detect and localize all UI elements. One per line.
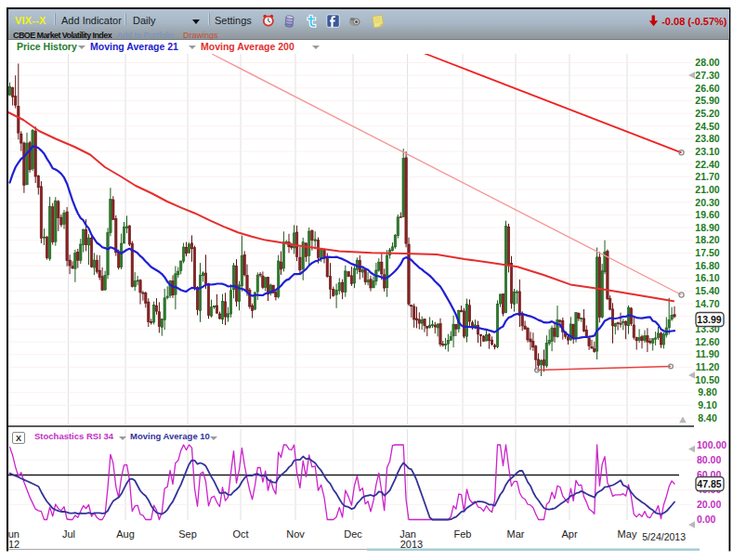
svg-text:Sep: Sep xyxy=(178,528,197,540)
svg-text:80.00: 80.00 xyxy=(697,454,721,465)
svg-text:Jul: Jul xyxy=(62,528,75,540)
svg-text:13.99: 13.99 xyxy=(697,314,721,325)
svg-text:9.80: 9.80 xyxy=(698,386,717,397)
svg-text:Dec: Dec xyxy=(344,528,362,540)
svg-text:12.60: 12.60 xyxy=(695,336,719,347)
svg-text:28.00: 28.00 xyxy=(695,57,719,68)
svg-text:Aug: Aug xyxy=(116,528,135,540)
svg-text:27.30: 27.30 xyxy=(695,70,719,81)
svg-text:5/24/2013: 5/24/2013 xyxy=(642,531,686,542)
svg-text:Feb: Feb xyxy=(454,528,472,540)
svg-text:16.80: 16.80 xyxy=(695,260,719,271)
svg-text:24.50: 24.50 xyxy=(695,121,719,132)
svg-text:21.00: 21.00 xyxy=(695,184,719,195)
svg-text:10.50: 10.50 xyxy=(695,374,719,385)
svg-text:14.70: 14.70 xyxy=(695,298,719,309)
svg-text:2013: 2013 xyxy=(400,539,423,550)
svg-text:17.50: 17.50 xyxy=(695,247,719,258)
svg-text:26.60: 26.60 xyxy=(695,83,719,94)
svg-text:100.00: 100.00 xyxy=(697,439,726,450)
svg-text:9.10: 9.10 xyxy=(698,399,717,410)
svg-text:11.90: 11.90 xyxy=(696,348,720,359)
svg-text:23.10: 23.10 xyxy=(695,146,719,157)
svg-text:19.60: 19.60 xyxy=(695,209,719,220)
svg-text:18.90: 18.90 xyxy=(695,222,719,233)
svg-text:22.40: 22.40 xyxy=(695,159,719,170)
svg-text:Apr: Apr xyxy=(561,528,577,540)
svg-text:11.20: 11.20 xyxy=(696,361,720,372)
svg-text:12: 12 xyxy=(8,539,20,550)
svg-text:15.40: 15.40 xyxy=(695,285,719,296)
svg-text:Mar: Mar xyxy=(507,528,525,540)
svg-text:20.00: 20.00 xyxy=(697,499,721,510)
svg-text:25.20: 25.20 xyxy=(695,108,719,119)
svg-text:8.40: 8.40 xyxy=(698,412,717,423)
svg-text:16.10: 16.10 xyxy=(695,272,719,283)
svg-text:0.00: 0.00 xyxy=(697,514,716,525)
svg-text:May: May xyxy=(618,528,637,540)
svg-text:20.30: 20.30 xyxy=(695,197,719,208)
svg-text:23.80: 23.80 xyxy=(695,133,719,144)
svg-text:21.70: 21.70 xyxy=(695,171,719,182)
svg-text:47.85: 47.85 xyxy=(697,478,721,489)
svg-text:18.20: 18.20 xyxy=(695,234,719,245)
svg-text:25.90: 25.90 xyxy=(695,95,719,106)
svg-text:Oct: Oct xyxy=(232,528,248,540)
svg-text:Nov: Nov xyxy=(286,528,305,540)
